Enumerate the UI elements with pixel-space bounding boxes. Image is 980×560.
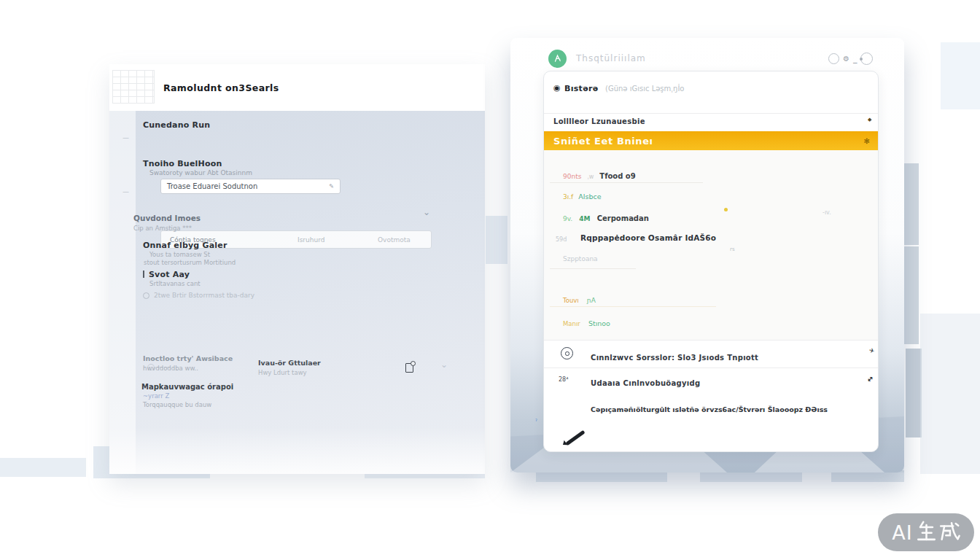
gallery-hint-2: stout tersortusrum Mortitiund <box>144 259 236 266</box>
gear-icon[interactable]: ⚙ <box>843 55 849 63</box>
card-title: Ivau-ör Gttulaer <box>258 359 321 367</box>
left-dialog-title: Ramoludnt on3Searls <box>163 82 279 93</box>
row-selected-label: Sniñet Eet Bnineı <box>553 136 653 147</box>
run-section-label: Cunedano Run <box>143 120 210 130</box>
window-controls: ⚙ _ <box>828 52 873 65</box>
pencil-icon[interactable] <box>563 430 588 445</box>
field-touvi-label: Touvı <box>563 297 579 304</box>
card-subtitle: Hwy Ldurt tawy <box>258 369 307 376</box>
field-alsbce-prefix: 3ı.f <box>563 193 573 201</box>
copy-icon[interactable] <box>405 363 413 373</box>
left-dialog-body: Cunedano Run — Troase Eduarei Sodutnon ✎… <box>109 111 485 474</box>
footer1-hint: hwvddoddba ww.. <box>143 365 198 372</box>
dash-icon: — <box>122 134 129 141</box>
pen-cursor-icon: ✎ <box>329 183 334 190</box>
field-manir-label: Manır <box>563 320 580 327</box>
build-section-hint: Swatoroty wabur Abt Otasinnm <box>149 169 252 176</box>
settings-card: ◉ Bıstərə (Günə ıGısıc Ləşmˌŋİo Lolllleo… <box>543 71 879 452</box>
field-food-mid: ˌw <box>587 174 594 180</box>
field-report-tiny: rs <box>730 246 735 252</box>
avatar-scribble-icon <box>552 53 563 64</box>
field-food-value: Tfood o9 <box>599 172 635 180</box>
row-session[interactable]: Cınnlzwvc Sorsslor: Slo3 Jsıods Tnpıott … <box>544 340 879 368</box>
column-3: Ovotmota <box>378 236 411 244</box>
expand-icon: ↔ <box>865 374 875 384</box>
field-report-label: 59d <box>556 236 567 243</box>
quvdond-item-label[interactable]: Quvdond Imoes <box>133 214 201 222</box>
bg-block <box>700 472 802 482</box>
column-2: Isruhurd <box>298 236 378 244</box>
avatar[interactable] <box>548 50 567 68</box>
left-dialog-header: Ramoludnt on3Searls <box>109 64 485 111</box>
bg-block <box>920 314 980 474</box>
field-corporation-right: -ıv. <box>822 209 831 216</box>
update-badge: 28⁴ <box>559 376 568 383</box>
field-report-value[interactable]: Rqppapėdoore Osamâr IdAŠ6o <box>580 233 716 242</box>
card-header-light: (Günə ıGısıc Ləşmˌŋİo <box>605 85 684 93</box>
bg-block <box>536 472 667 482</box>
watermark-cjk-glyphs <box>915 520 960 545</box>
plane-icon: ✈ <box>868 346 876 355</box>
left-dialog-window: Ramoludnt on3Searls Cunedano Run — Troas… <box>109 64 485 474</box>
faded-sketch-logo <box>112 70 155 104</box>
gallery-hint-1: Yous ta tomasew St <box>149 251 210 258</box>
footer2-hint-1: ~yrarr Z <box>143 392 169 400</box>
row-update[interactable]: 28⁴ Udaaıa Cınlnvobuöagyıdg ↔ <box>544 368 879 397</box>
field-alsbce[interactable]: 3ı.f Alsbce <box>563 188 602 202</box>
disc-icon <box>561 347 573 359</box>
circle-button[interactable] <box>828 53 839 64</box>
row-long[interactable]: Cəpıçaməñıölturgûlt ıslətñə örvzs6ac/Štv… <box>544 397 879 423</box>
bg-block <box>486 216 508 264</box>
header-bullet-icon: ◉ <box>553 83 561 93</box>
run-input-value: Troase Eduarei Sodutnon <box>167 182 257 190</box>
row-language-label: Lolllleor Lzunauesbie <box>553 117 645 125</box>
card-header-bold: Bıstərə <box>564 84 598 93</box>
field-underline <box>550 306 716 307</box>
blue-tick-icon: ˀ <box>535 419 537 425</box>
bg-block <box>941 42 980 109</box>
svot-section-label: Svot Aay <box>143 270 190 279</box>
yellow-dot-icon <box>724 208 728 211</box>
row-language[interactable]: Lolllleor Lzunauesbie ◆ <box>544 113 879 131</box>
field-food-prefix: 90nts <box>563 173 581 180</box>
leaf-icon: 9v. <box>563 215 572 222</box>
ai-generated-watermark: AI <box>878 513 974 551</box>
row-selected[interactable]: Sniñet Eet Bnineı ✻ <box>544 131 879 150</box>
dash-icon: — <box>122 188 129 195</box>
field-manir[interactable]: Manır Stınoo <box>563 315 610 329</box>
footer2-label: Mapkauvwagac órapoi <box>141 383 233 391</box>
record-circle-icon[interactable] <box>860 52 873 65</box>
run-input[interactable]: Troase Eduarei Sodutnon ✎ <box>160 179 341 194</box>
radio-icon[interactable] <box>143 292 149 299</box>
row-session-label: Cınnlzwvc Sorsslor: Slo3 Jsıods Tnpıott <box>591 354 758 362</box>
build-section-label: Tnoiho BuelHoon <box>143 159 222 168</box>
field-placeholder[interactable]: Szpptoana <box>563 255 598 262</box>
fields-section: 90nts ˌw Tfood o9 3ı.f Alsbce 9v. 4M Cer… <box>544 150 879 340</box>
field-corporation[interactable]: 9v. 4M Cerpomadan <box>563 210 649 224</box>
svot-radio-row[interactable]: 2twe Brtir Bstorrmast tba-dary <box>143 292 254 299</box>
field-touvi[interactable]: Touvı ɲA <box>563 292 596 306</box>
svot-section-hint: Srtltavanas cant <box>149 280 201 287</box>
radio-label: 2twe Brtir Bstorrmast tba-dary <box>154 292 254 299</box>
quvdond-item-hint: Cip an Amstiga *** <box>133 225 192 232</box>
section-bar-icon <box>143 271 144 278</box>
field-manir-value: Stınoo <box>588 319 610 327</box>
chevron-down-icon[interactable]: ⌄ <box>423 207 430 217</box>
field-underline <box>550 182 703 183</box>
gallery-section-label: Onnaf elbyg Galer <box>143 241 228 250</box>
watermark-latin: AI <box>892 521 912 544</box>
field-touvi-value: ɲA <box>587 297 596 304</box>
diamond-icon: ◆ <box>868 117 871 122</box>
field-food[interactable]: 90nts ˌw Tfood o9 <box>563 168 636 182</box>
footer1-label: Inoctloo trty' Awsibace <box>143 354 233 362</box>
bg-block <box>906 349 922 438</box>
app-title: Thsqtülriiılam <box>576 53 646 63</box>
field-corporation-value: Cerpomadan <box>597 214 649 222</box>
bg-block <box>0 458 86 477</box>
trees-icon: 4M <box>579 215 590 222</box>
flower-icon: ✻ <box>864 137 870 145</box>
right-window-slab: Thsqtülriiılam ⚙ _ ◉ Bıstərə (Günə ıGısı… <box>510 38 904 472</box>
footer2-hint-2: Torqqauqque bu dauw <box>143 401 211 408</box>
chevron-down-icon[interactable]: ⌄ <box>440 359 448 370</box>
minimize-icon[interactable]: _ <box>853 54 858 63</box>
